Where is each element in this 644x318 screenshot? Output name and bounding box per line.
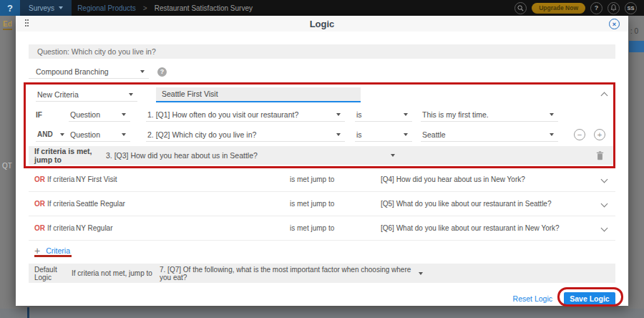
criteria-name-dropdown-value: New Criteria bbox=[37, 90, 79, 99]
criteria-name: NY Regular bbox=[76, 224, 290, 232]
default-logic-row: Default Logic If criteria not met, jump … bbox=[29, 264, 615, 283]
avatar[interactable]: SS bbox=[625, 2, 637, 14]
condition-row: AND Question 2. [Q2] Which city do you l… bbox=[29, 127, 615, 142]
default-condition-label: If criteria not met, jump to bbox=[72, 269, 160, 277]
caret-down-icon bbox=[59, 6, 63, 9]
met-jump-label: is met jump to bbox=[290, 224, 381, 232]
surveys-dropdown[interactable]: Surveys bbox=[20, 0, 72, 16]
caret-down-icon bbox=[140, 70, 145, 73]
target-question: [Q4] How did you hear about us in New Yo… bbox=[381, 175, 602, 183]
connector-dropdown[interactable]: AND bbox=[36, 128, 69, 142]
if-criteria-label: If criteria bbox=[47, 200, 76, 208]
operator-dropdown[interactable]: is bbox=[355, 108, 412, 122]
value-dropdown[interactable]: This is my first time. bbox=[421, 108, 558, 122]
source-dropdown[interactable]: Question bbox=[69, 128, 130, 142]
connector-label: IF bbox=[36, 111, 69, 119]
connector-value: AND bbox=[37, 130, 53, 138]
target-question: [Q6] What do you like about our restaura… bbox=[381, 224, 602, 232]
collapse-chevron-icon[interactable] bbox=[602, 90, 607, 100]
plus-icon: + bbox=[34, 246, 40, 256]
criteria-editor-card: New Criteria IF Question 1. [Q1] How oft… bbox=[29, 83, 615, 168]
delete-criteria-trash-icon[interactable] bbox=[596, 151, 604, 160]
saved-criteria-row: OR If criteria Seattle Regular is met ju… bbox=[29, 192, 615, 216]
top-navigation-bar: ? Surveys Regional Products > Restaurant… bbox=[0, 0, 644, 16]
target-question: [Q5] What do you like about our restaura… bbox=[381, 200, 602, 208]
logic-type-value: Compound Branching bbox=[36, 67, 109, 76]
logic-type-row: Compound Branching ? bbox=[29, 65, 615, 78]
operator-value: is bbox=[356, 130, 362, 139]
breadcrumb-survey-title: Restaurant Satisfaction Survey bbox=[155, 4, 253, 12]
question-dropdown[interactable]: 2. [Q2] Which city do you live in? bbox=[146, 128, 345, 142]
add-criteria-label: Criteria bbox=[46, 246, 70, 255]
background-bottom-strip bbox=[0, 309, 644, 318]
topbar-actions: Upgrade Now ? SS bbox=[514, 2, 644, 14]
search-icon[interactable] bbox=[514, 2, 527, 14]
if-criteria-label: If criteria bbox=[47, 175, 76, 183]
jump-to-row: If criteria is met, jump to 3. [Q3] How … bbox=[29, 146, 615, 165]
question-dropdown[interactable]: 1. [Q1] How often do you visit our resta… bbox=[146, 108, 345, 122]
surveys-label: Surveys bbox=[29, 4, 54, 12]
modal-title: Logic bbox=[16, 19, 628, 29]
close-icon[interactable]: × bbox=[609, 19, 620, 29]
breadcrumb: Regional Products > Restaurant Satisfact… bbox=[77, 4, 253, 12]
logic-help-icon[interactable]: ? bbox=[157, 67, 167, 77]
value-value: Seattle bbox=[422, 130, 446, 139]
logic-type-dropdown[interactable]: Compound Branching bbox=[29, 65, 149, 79]
operator-dropdown[interactable]: is bbox=[355, 128, 412, 142]
expand-chevron-icon[interactable] bbox=[602, 175, 607, 183]
default-target-value: 7. [Q7] Of the following, what is the mo… bbox=[160, 266, 419, 281]
criteria-name-dropdown[interactable]: New Criteria bbox=[36, 88, 137, 102]
upgrade-now-button[interactable]: Upgrade Now bbox=[532, 3, 585, 14]
save-logic-button[interactable]: Save Logic bbox=[564, 292, 615, 306]
saved-criteria-row: OR If criteria NY Regular is met jump to… bbox=[29, 216, 615, 241]
criteria-name-row: New Criteria bbox=[29, 86, 615, 103]
or-label: OR bbox=[34, 175, 47, 183]
add-condition-button[interactable]: + bbox=[594, 129, 605, 140]
jump-to-label: If criteria is met, jump to bbox=[34, 147, 106, 164]
notifications-bell-icon[interactable] bbox=[608, 2, 620, 14]
breadcrumb-separator: > bbox=[143, 4, 147, 12]
default-target-dropdown[interactable]: 7. [Q7] Of the following, what is the mo… bbox=[160, 266, 423, 281]
caret-down-icon bbox=[550, 133, 554, 136]
criteria-name-input[interactable] bbox=[156, 87, 361, 102]
source-dropdown[interactable]: Question bbox=[69, 108, 130, 122]
caret-down-icon bbox=[122, 133, 126, 136]
met-jump-label: is met jump to bbox=[290, 175, 381, 183]
if-criteria-label: If criteria bbox=[47, 224, 76, 232]
saved-criteria-row: OR If criteria NY First Visit is met jum… bbox=[29, 168, 615, 192]
question-value: 1. [Q1] How often do you visit our resta… bbox=[147, 110, 298, 119]
criteria-name: Seattle Regular bbox=[76, 200, 290, 208]
source-value: Question bbox=[70, 110, 100, 119]
question-value: 2. [Q2] Which city do you live in? bbox=[147, 130, 256, 139]
caret-down-icon bbox=[60, 133, 64, 136]
add-criteria-button[interactable]: + Criteria bbox=[29, 245, 615, 256]
question-context-bar: Question: Which city do you live in? bbox=[29, 44, 615, 59]
expand-chevron-icon[interactable] bbox=[602, 224, 607, 232]
default-logic-label: Default Logic bbox=[34, 266, 72, 281]
source-value: Question bbox=[70, 130, 100, 139]
jump-to-dropdown[interactable]: 3. [Q3] How did you hear about us in Sea… bbox=[106, 151, 395, 160]
or-label: OR bbox=[34, 224, 47, 232]
caret-down-icon bbox=[404, 113, 408, 116]
caret-down-icon bbox=[129, 93, 133, 96]
value-dropdown[interactable]: Seattle bbox=[421, 128, 558, 142]
remove-condition-button[interactable]: − bbox=[574, 129, 585, 140]
operator-value: is bbox=[356, 110, 362, 119]
or-label: OR bbox=[34, 200, 47, 208]
modal-body: Question: Which city do you live in? Com… bbox=[16, 44, 628, 306]
caret-down-icon bbox=[550, 113, 554, 116]
caret-down-icon bbox=[419, 272, 423, 275]
condition-row: IF Question 1. [Q1] How often do you vis… bbox=[29, 107, 615, 122]
breadcrumb-folder[interactable]: Regional Products bbox=[77, 4, 136, 12]
caret-down-icon bbox=[122, 113, 126, 116]
background-counter: : 0 bbox=[630, 27, 638, 35]
reset-logic-link[interactable]: Reset Logic bbox=[513, 294, 552, 303]
questionpro-logo-icon: ? bbox=[0, 0, 20, 16]
caret-down-icon bbox=[336, 113, 341, 116]
help-icon[interactable]: ? bbox=[590, 2, 602, 14]
background-sidebar-sliver bbox=[27, 307, 29, 318]
expand-chevron-icon[interactable] bbox=[602, 200, 607, 208]
modal-footer: Reset Logic Save Logic bbox=[29, 292, 615, 306]
value-value: This is my first time. bbox=[422, 110, 489, 119]
met-jump-label: is met jump to bbox=[290, 200, 381, 208]
